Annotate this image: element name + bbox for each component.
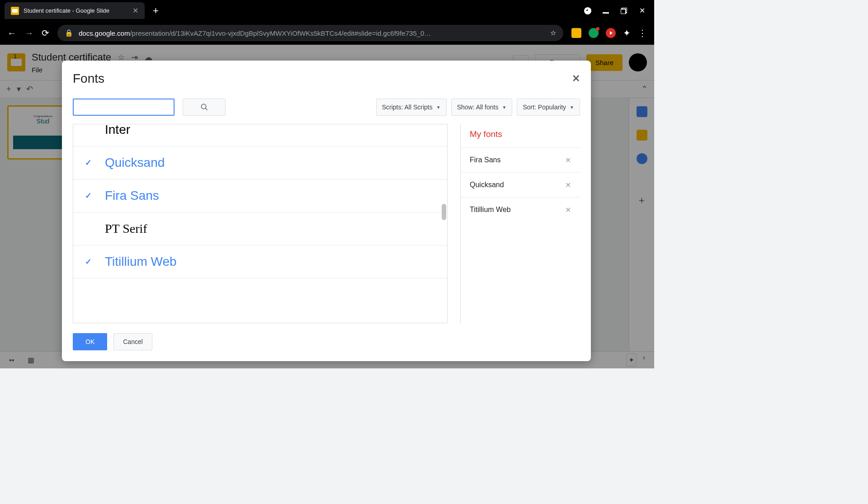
new-tab-button[interactable]: +	[153, 5, 159, 17]
remove-font-button[interactable]: ✕	[565, 206, 571, 214]
my-font-row: Fira Sans✕	[461, 147, 580, 172]
font-name-label: Fira Sans	[105, 188, 159, 203]
font-row[interactable]: ✓Quicksand	[73, 146, 447, 179]
browser-badge-icon	[584, 7, 592, 15]
font-name-label: Quicksand	[105, 155, 165, 170]
font-row[interactable]: ✓Titillium Web	[73, 245, 447, 278]
close-window-icon[interactable]: ✕	[638, 7, 646, 15]
check-icon: ✓	[85, 158, 94, 168]
my-font-label: Fira Sans	[470, 156, 500, 164]
lock-icon: 🔒	[65, 29, 73, 37]
svg-line-5	[205, 108, 208, 110]
chevron-down-icon: ▼	[502, 105, 506, 110]
browser-chrome: Student certificate - Google Slide ✕ + ✕…	[0, 0, 654, 45]
ext-icon-3[interactable]	[606, 28, 616, 38]
svg-rect-3	[621, 9, 626, 14]
font-row[interactable]: Inter	[73, 124, 447, 146]
extensions-icon[interactable]: ✦	[623, 28, 631, 38]
url-bar[interactable]: 🔒 docs.google.com/presentation/d/13iKvAZ…	[57, 25, 563, 41]
tab-title: Student certificate - Google Slide	[24, 7, 109, 14]
font-name-label: Inter	[105, 124, 130, 137]
font-row[interactable]: ✓Fira Sans	[73, 179, 447, 212]
sort-dropdown[interactable]: Sort: Popularity▼	[517, 99, 580, 116]
ext-icon-2[interactable]	[589, 28, 599, 38]
font-list[interactable]: Inter✓Quicksand✓Fira SansPT Serif✓Titill…	[73, 124, 448, 323]
ext-icon-1[interactable]	[571, 28, 581, 38]
reload-button[interactable]: ⟳	[42, 28, 49, 38]
remove-font-button[interactable]: ✕	[565, 181, 571, 189]
browser-tab[interactable]: Student certificate - Google Slide ✕	[5, 2, 145, 19]
my-font-row: Quicksand✕	[461, 172, 580, 197]
ok-button[interactable]: OK	[73, 333, 107, 350]
chevron-down-icon: ▼	[570, 105, 574, 110]
my-font-label: Titillium Web	[470, 206, 511, 214]
show-dropdown[interactable]: Show: All fonts▼	[451, 99, 513, 116]
tab-close-icon[interactable]: ✕	[132, 6, 138, 15]
modal-title: Fonts	[73, 71, 104, 86]
my-font-label: Quicksand	[470, 181, 504, 189]
fonts-modal: Fonts ✕ Scripts: All Scripts▼ Show: All …	[62, 61, 591, 361]
check-icon: ✓	[85, 191, 94, 201]
font-search-input[interactable]	[73, 99, 175, 116]
modal-close-button[interactable]: ✕	[572, 73, 580, 85]
browser-menu-icon[interactable]: ⋮	[638, 28, 647, 38]
remove-font-button[interactable]: ✕	[565, 156, 571, 165]
scrollbar-thumb[interactable]	[442, 204, 446, 220]
extension-icons: ✦ ⋮	[571, 28, 647, 38]
minimize-icon[interactable]	[602, 7, 610, 15]
svg-point-4	[201, 104, 206, 109]
bookmark-icon[interactable]: ☆	[550, 29, 556, 37]
check-icon: ✓	[85, 257, 94, 267]
font-row[interactable]: PT Serif	[73, 212, 447, 245]
svg-rect-1	[603, 12, 609, 14]
back-button[interactable]: ←	[7, 28, 16, 38]
font-name-label: PT Serif	[105, 221, 147, 236]
chevron-down-icon: ▼	[436, 105, 441, 110]
app-area: Student certificate ☆ ⇥ ☁ File ▭ ▭ ▭ Pre…	[0, 45, 654, 368]
window-controls: ✕	[584, 7, 654, 15]
address-bar: ← → ⟳ 🔒 docs.google.com/presentation/d/1…	[0, 21, 654, 45]
cancel-button[interactable]: Cancel	[113, 333, 152, 350]
scripts-dropdown[interactable]: Scripts: All Scripts▼	[376, 99, 447, 116]
search-icon	[200, 103, 208, 111]
my-font-row: Titillium Web✕	[461, 197, 580, 222]
maximize-icon[interactable]	[620, 7, 628, 15]
font-search-button[interactable]	[183, 99, 226, 116]
my-fonts-title: My fonts	[461, 124, 580, 147]
url-text: docs.google.com/presentation/d/13iKvAZ7q…	[79, 29, 431, 37]
forward-button[interactable]: →	[24, 28, 33, 38]
slides-favicon	[11, 7, 19, 15]
my-fonts-panel: My fonts Fira Sans✕Quicksand✕Titillium W…	[460, 124, 580, 323]
font-name-label: Titillium Web	[105, 254, 177, 269]
tab-bar: Student certificate - Google Slide ✕ + ✕	[0, 0, 654, 21]
